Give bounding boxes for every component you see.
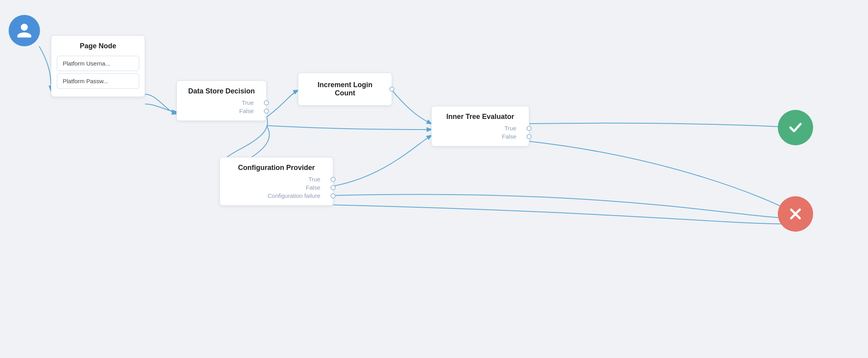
ite-output-false: False xyxy=(432,132,529,141)
close-icon xyxy=(787,205,804,223)
increment-login-count-node[interactable]: Increment Login Count xyxy=(298,73,392,106)
end-success-node[interactable] xyxy=(778,110,813,145)
ite-title: Inner Tree Evaluator xyxy=(432,106,529,124)
avatar[interactable] xyxy=(9,15,40,46)
data-store-decision-node[interactable]: Data Store Decision True False xyxy=(176,80,267,121)
cp-output-true: True xyxy=(220,175,333,183)
checkmark-icon xyxy=(787,119,804,136)
end-failure-node[interactable] xyxy=(778,196,813,232)
dsd-output-false: False xyxy=(177,107,266,115)
page-node[interactable]: Page Node Platform Userna... Platform Pa… xyxy=(51,35,145,97)
ite-output-true: True xyxy=(432,124,529,132)
workflow-canvas: Page Node Platform Userna... Platform Pa… xyxy=(0,0,868,358)
platform-username-field[interactable]: Platform Userna... xyxy=(57,56,139,71)
ilc-title: Increment Login Count xyxy=(308,81,382,97)
configuration-provider-node[interactable]: Configuration Provider True False Config… xyxy=(220,157,333,206)
page-node-title: Page Node xyxy=(51,36,145,53)
cp-title: Configuration Provider xyxy=(220,157,333,175)
person-icon xyxy=(16,22,33,39)
dsd-title: Data Store Decision xyxy=(177,81,266,99)
platform-password-field[interactable]: Platform Passw... xyxy=(57,73,139,89)
cp-output-config-failure: Configuration failure xyxy=(220,192,333,200)
dsd-output-true: True xyxy=(177,99,266,107)
cp-output-false: False xyxy=(220,183,333,192)
inner-tree-evaluator-node[interactable]: Inner Tree Evaluator True False xyxy=(431,106,529,146)
